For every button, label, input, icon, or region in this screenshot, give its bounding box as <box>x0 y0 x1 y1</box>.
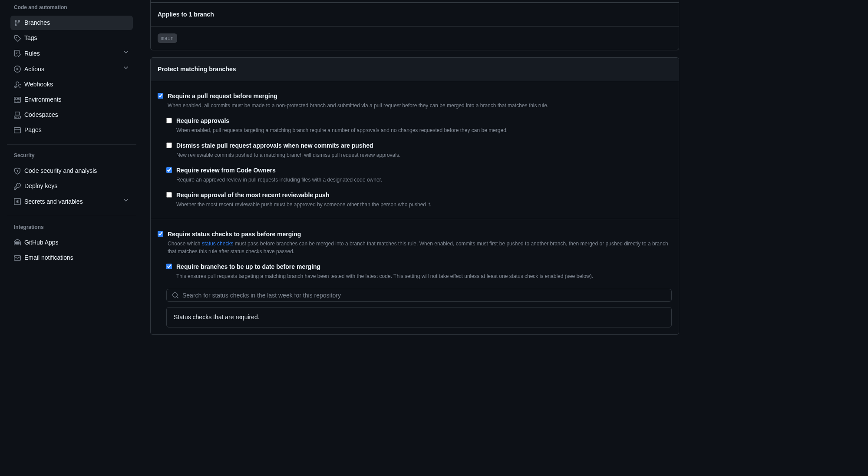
protect-header: Protect matching branches <box>151 58 679 81</box>
protect-branches-card: Protect matching branches Require a pull… <box>150 57 679 335</box>
sidebar-item-label: Email notifications <box>24 253 129 262</box>
mail-icon <box>14 255 21 261</box>
sidebar-item-label: Branches <box>24 18 129 27</box>
sidebar-item-label: Code security and analysis <box>24 166 129 175</box>
up-to-date-checkbox[interactable] <box>166 264 172 269</box>
status-checks-desc: Choose which status checks must pass bef… <box>168 240 672 255</box>
require-pr-desc: When enabled, all commits must be made t… <box>168 102 672 109</box>
status-checks-checkbox[interactable] <box>158 231 163 237</box>
applies-to-title: Applies to 1 branch <box>158 10 672 19</box>
require-approvals-checkbox[interactable] <box>166 118 172 123</box>
branch-applies-card: Applies to 1 branch main <box>150 0 679 50</box>
status-checks-title: Require status checks to pass before mer… <box>168 230 672 239</box>
sidebar-item-label: Codespaces <box>24 110 129 119</box>
server-icon <box>14 96 21 103</box>
require-pr-title: Require a pull request before merging <box>168 92 672 101</box>
chevron-down-icon <box>122 197 129 206</box>
required-checks-label: Status checks that are required. <box>174 314 260 321</box>
up-to-date-title: Require branches to be up to date before… <box>176 262 672 271</box>
sidebar-item-pages[interactable]: Pages <box>10 123 133 137</box>
sidebar-item-email-notifications[interactable]: Email notifications <box>10 251 133 265</box>
dismiss-stale-title: Dismiss stale pull request approvals whe… <box>176 141 672 150</box>
code-owners-desc: Require an approved review in pull reque… <box>176 176 672 184</box>
up-to-date-desc: This ensures pull requests targeting a m… <box>176 272 672 280</box>
sidebar-item-environments[interactable]: Environments <box>10 93 133 107</box>
sidebar-item-label: Environments <box>24 95 129 104</box>
sidebar-item-webhooks[interactable]: Webhooks <box>10 77 133 92</box>
status-checks-search-input[interactable] <box>182 292 666 299</box>
sidebar-item-github-apps[interactable]: GitHub Apps <box>10 235 133 250</box>
sidebar-item-label: Secrets and variables <box>24 197 122 206</box>
sidebar-item-label: Webhooks <box>24 80 129 89</box>
webhook-icon <box>14 81 21 88</box>
divider <box>7 216 136 216</box>
section-title-integrations: Integrations <box>7 220 136 235</box>
chevron-down-icon <box>122 64 129 74</box>
sidebar-item-label: Deploy keys <box>24 182 129 191</box>
recent-push-checkbox[interactable] <box>166 192 172 198</box>
dismiss-stale-desc: New reviewable commits pushed to a match… <box>176 151 672 159</box>
require-pr-checkbox[interactable] <box>158 93 163 99</box>
recent-push-desc: Whether the most recent reviewable push … <box>176 201 672 208</box>
codespaces-icon <box>14 112 21 119</box>
code-owners-checkbox[interactable] <box>166 167 172 173</box>
sidebar-item-codespaces[interactable]: Codespaces <box>10 108 133 122</box>
shield-icon <box>14 168 21 175</box>
sidebar-item-label: Rules <box>24 49 122 58</box>
sidebar-item-label: Tags <box>24 33 129 43</box>
key-icon <box>14 183 21 190</box>
sidebar-item-secrets[interactable]: Secrets and variables <box>10 194 133 209</box>
git-branch-icon <box>14 20 21 26</box>
dismiss-stale-checkbox[interactable] <box>166 142 172 148</box>
hubot-icon <box>14 239 21 246</box>
required-checks-box: Status checks that are required. <box>166 307 672 327</box>
require-approvals-desc: When enabled, pull requests targeting a … <box>176 126 672 134</box>
sidebar-item-branches[interactable]: Branches <box>10 16 133 30</box>
section-title-security: Security <box>7 148 136 163</box>
sidebar-item-actions[interactable]: Actions <box>10 62 133 76</box>
checklist-icon <box>14 50 21 57</box>
sidebar-item-rules[interactable]: Rules <box>10 46 133 61</box>
browser-icon <box>14 127 21 134</box>
sidebar-item-tags[interactable]: Tags <box>10 31 133 45</box>
sidebar-item-code-security[interactable]: Code security and analysis <box>10 164 133 178</box>
sidebar-item-label: GitHub Apps <box>24 238 129 247</box>
section-title-code-automation: Code and automation <box>7 0 136 15</box>
chevron-down-icon <box>122 49 129 58</box>
branch-name-tag: main <box>158 33 177 43</box>
tag-icon <box>14 35 21 42</box>
play-icon <box>14 66 21 73</box>
divider <box>7 144 136 145</box>
recent-push-title: Require approval of the most recent revi… <box>176 191 672 200</box>
status-checks-link[interactable]: status checks <box>202 241 234 247</box>
status-checks-search[interactable] <box>166 289 672 302</box>
require-approvals-title: Require approvals <box>176 116 672 126</box>
sidebar-item-label: Actions <box>24 65 122 74</box>
search-icon <box>172 292 179 299</box>
key-asterisk-icon <box>14 198 21 205</box>
code-owners-title: Require review from Code Owners <box>176 166 672 175</box>
sidebar-item-label: Pages <box>24 126 129 135</box>
sidebar-item-deploy-keys[interactable]: Deploy keys <box>10 179 133 193</box>
sidebar: Code and automation Branches Tags Rules <box>0 0 143 476</box>
main-content: Applies to 1 branch main Protect matchin… <box>143 0 686 476</box>
